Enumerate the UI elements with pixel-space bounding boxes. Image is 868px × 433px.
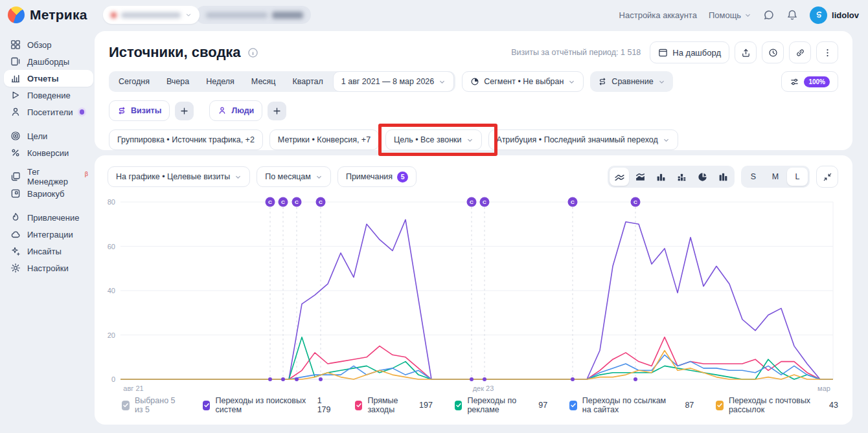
attribution-chip[interactable]: Атрибуция • Последний значимый переход xyxy=(488,129,678,150)
range-today[interactable]: Сегодня xyxy=(110,77,158,86)
visits-metric-chip[interactable]: Визиты xyxy=(109,100,170,121)
goal-chip-wrap: Цель • Все звонки xyxy=(385,129,481,150)
size-m-button[interactable]: M xyxy=(765,168,786,186)
svg-text:дек 23: дек 23 xyxy=(473,384,494,392)
chart-plot[interactable]: 020406080CCCCCCCCавг 21дек 23мар xyxy=(108,192,838,395)
gear-icon xyxy=(10,263,21,273)
person-icon xyxy=(10,107,21,117)
sidebar-item-goals[interactable]: Цели xyxy=(4,128,93,144)
segment-selector[interactable]: Сегмент • Не выбран xyxy=(462,71,584,92)
svg-text:80: 80 xyxy=(108,198,115,206)
legend-item-search[interactable]: Переходы из поисковых систем 1 179 xyxy=(203,396,334,414)
history-button[interactable] xyxy=(762,41,784,63)
varioqube-icon xyxy=(10,188,21,199)
comparison-selector[interactable]: Сравнение xyxy=(590,71,672,92)
notes-button[interactable]: Примечания 5 xyxy=(337,166,417,187)
kebab-icon xyxy=(823,48,832,58)
checkbox-icon xyxy=(455,401,462,410)
user-menu[interactable]: lidolov xyxy=(810,6,859,24)
sampling-badge: 100% xyxy=(804,76,830,87)
copy-link-button[interactable] xyxy=(789,41,811,63)
sidebar-item-varioqube[interactable]: Вариокуб xyxy=(4,185,93,202)
chat-icon[interactable] xyxy=(763,9,775,21)
svg-text:C: C xyxy=(571,199,575,205)
size-l-button[interactable]: L xyxy=(787,168,808,186)
sidebar-item-overview[interactable]: Обзор xyxy=(4,36,93,53)
svg-text:0: 0 xyxy=(111,375,115,383)
sidebar-item-conversions[interactable]: Конверсии xyxy=(4,144,93,161)
clock-icon xyxy=(768,48,778,58)
legend-item-direct[interactable]: Прямые заходы 197 xyxy=(355,396,433,414)
counter-tab-inactive[interactable] xyxy=(196,6,311,24)
chevron-down-icon xyxy=(658,78,665,85)
metrika-logo[interactable]: Метрика xyxy=(8,6,87,23)
range-quarter[interactable]: Квартал xyxy=(284,77,332,86)
beta-badge: β xyxy=(85,171,88,177)
plus-icon xyxy=(180,107,188,115)
account-settings-link[interactable]: Настройка аккаунта xyxy=(619,10,697,20)
people-metric-chip[interactable]: Люди xyxy=(209,100,262,121)
chart-legend: Выбрано 5 из 5 Переходы из поисковых сис… xyxy=(122,396,838,414)
goal-chip[interactable]: Цель • Все звонки xyxy=(385,129,481,150)
bell-icon[interactable] xyxy=(786,9,798,21)
sidebar-item-acquisition[interactable]: Привлечение xyxy=(4,209,93,226)
checkbox-icon xyxy=(203,401,211,410)
tag-manager-icon xyxy=(10,172,21,182)
chevron-down-icon xyxy=(185,12,192,18)
collapse-chart-button[interactable] xyxy=(816,166,838,188)
metrics-chip[interactable]: Метрики • Конверсия, +7 xyxy=(269,129,379,150)
sidebar-item-behavior[interactable]: Поведение xyxy=(4,87,93,104)
plus-icon xyxy=(273,107,281,115)
size-s-button[interactable]: S xyxy=(743,168,764,186)
svg-text:мар: мар xyxy=(817,384,830,392)
granularity-selector[interactable]: По месяцам xyxy=(257,166,331,187)
legend-item-site-links[interactable]: Переходы по ссылкам на сайтах 87 xyxy=(569,396,694,414)
legend-item-email[interactable]: Переходы с почтовых рассылок 43 xyxy=(716,396,838,414)
legend-select-all[interactable]: Выбрано 5 из 5 xyxy=(122,396,181,414)
add-people-metric-button[interactable] xyxy=(268,102,286,120)
sampling-control[interactable]: 100% xyxy=(781,71,838,92)
dashboard-icon xyxy=(658,48,668,58)
add-visits-metric-button[interactable] xyxy=(175,102,194,120)
grouping-chip[interactable]: Группировка • Источник трафика, +2 xyxy=(109,129,263,150)
chart-type-line-button[interactable] xyxy=(610,168,629,186)
chart-type-columns-button[interactable] xyxy=(713,168,733,186)
chart-type-area-button[interactable] xyxy=(630,168,650,186)
svg-text:C: C xyxy=(634,199,637,205)
checkbox-icon xyxy=(355,401,362,410)
legend-item-ads[interactable]: Переходы по рекламе 97 xyxy=(455,396,547,414)
sidebar-item-reports[interactable]: Отчеты xyxy=(4,70,93,87)
sidebar-item-insights[interactable]: Инсайты xyxy=(4,243,93,260)
sidebar-item-integrations[interactable]: Интеграции xyxy=(4,226,93,243)
stacked-bar-icon xyxy=(676,172,687,183)
date-range-picker[interactable]: 1 авг 2021 — 8 мар 2026 xyxy=(333,71,455,92)
on-chart-selector[interactable]: На графике • Целевые визиты xyxy=(108,166,250,187)
range-month[interactable]: Месяц xyxy=(243,77,284,86)
range-week[interactable]: Неделя xyxy=(198,77,243,86)
svg-text:C: C xyxy=(319,199,323,205)
target-icon xyxy=(10,131,21,141)
sidebar-item-settings[interactable]: Настройки xyxy=(4,260,93,276)
checkbox-icon xyxy=(716,401,724,410)
svg-text:авг 21: авг 21 xyxy=(123,384,143,392)
to-dashboard-button[interactable]: На дашборд xyxy=(650,41,729,63)
report-header-card: Источники, сводка Визиты за отчётный пер… xyxy=(95,31,852,150)
sidebar-item-tag-manager[interactable]: Тег Менеджерβ xyxy=(4,168,93,185)
topbar: Метрика Настройка аккаунта Помощь lidolo… xyxy=(0,0,868,30)
chart-type-bar-button[interactable] xyxy=(651,168,670,186)
checkbox-icon xyxy=(122,401,130,410)
chart-type-stacked-bar-button[interactable] xyxy=(672,168,691,186)
sidebar: Обзор Дашборды Отчеты Поведение Посетите… xyxy=(0,34,97,279)
sidebar-item-dashboards[interactable]: Дашборды xyxy=(4,53,93,70)
info-icon[interactable] xyxy=(247,47,258,58)
chevron-down-icon xyxy=(439,78,446,85)
more-menu-button[interactable] xyxy=(816,41,838,63)
range-yesterday[interactable]: Вчера xyxy=(158,77,198,86)
flame-icon xyxy=(10,212,21,223)
sidebar-item-visitors[interactable]: Посетители xyxy=(4,104,93,120)
counter-tab-active[interactable] xyxy=(103,6,200,24)
help-menu[interactable]: Помощь xyxy=(709,10,751,20)
chart-type-pie-button[interactable] xyxy=(692,168,712,186)
brand-name: Метрика xyxy=(30,7,87,23)
export-button[interactable] xyxy=(735,41,757,63)
